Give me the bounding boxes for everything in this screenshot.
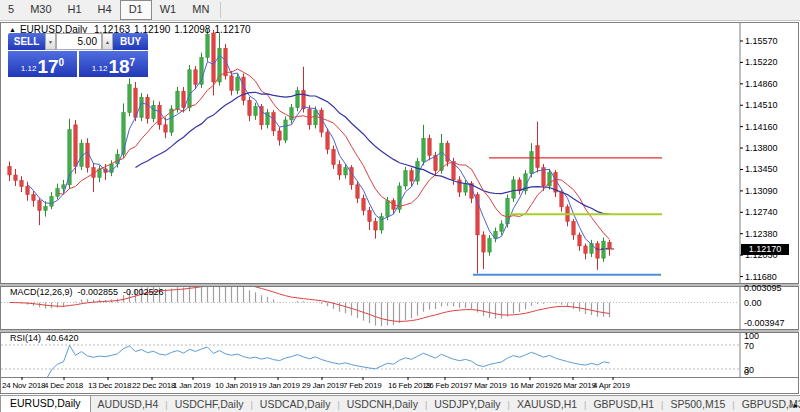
date-axis-label: 19 Jan 2019 xyxy=(258,381,300,390)
tab-gbpusd-h1[interactable]: GBPUSD,H1 xyxy=(586,397,661,412)
macd-scale-label: 0.00 xyxy=(744,298,762,308)
rsi-label: RSI(14)40.6420 xyxy=(10,333,84,343)
date-axis-label: 13 Dec 2018 xyxy=(88,381,131,390)
one-click-trading-widget: SELL ▼ 5.00 ▲ BUY 1.12170 1.12187 xyxy=(8,33,148,77)
volume-increase-button[interactable]: ▲ xyxy=(102,33,113,50)
rsi-value: 40.6420 xyxy=(46,333,79,343)
date-axis-label: 7 Feb 2019 xyxy=(343,381,381,390)
timeframe-button-m30[interactable]: M30 xyxy=(22,0,59,20)
rsi-name: RSI(14) xyxy=(10,333,41,343)
macd-label: MACD(12,26,9)-0.002855-0.002526 xyxy=(10,287,169,297)
price-axis-label: 1.14510 xyxy=(745,100,778,110)
tab-xauusd-h1[interactable]: XAUUSD,H1 xyxy=(510,397,584,412)
date-axis-label: 24 Nov 2018 xyxy=(2,381,45,390)
chart-window xyxy=(0,22,799,394)
macd-scale-label: -0.003947 xyxy=(744,318,785,328)
date-axis-label: 10 Jan 2019 xyxy=(215,381,257,390)
buy-price-panel[interactable]: 1.12187 xyxy=(79,51,148,77)
tab-usdcnh-daily[interactable]: USDCNH,Daily xyxy=(340,397,425,412)
price-axis-label: 1.15570 xyxy=(745,36,778,46)
rsi-scale-label: 70 xyxy=(744,341,754,351)
timeframe-button-w1[interactable]: W1 xyxy=(152,0,185,20)
tab-sp500-m15[interactable]: SP500,M15 xyxy=(663,397,732,412)
date-axis-label: 4 Dec 2018 xyxy=(44,381,83,390)
date-axis-label: 7 Mar 2019 xyxy=(468,381,506,390)
date-axis-label: 26 Mar 2019 xyxy=(553,381,596,390)
price-axis-label: 1.13090 xyxy=(745,186,778,196)
splitter-rsi[interactable] xyxy=(0,329,799,333)
buy-price-big: 18 xyxy=(108,57,129,76)
sell-price-sup: 0 xyxy=(59,57,65,68)
price-axis-label: 1.13450 xyxy=(745,164,778,174)
rsi-scale-label: 100 xyxy=(744,331,759,341)
tab-usdcad-daily[interactable]: USDCAD,Daily xyxy=(253,397,338,412)
macd-signal-value: -0.002526 xyxy=(123,287,164,297)
buy-price-small: 1.12 xyxy=(92,64,108,73)
timeframe-button-mn[interactable]: MN xyxy=(184,0,217,20)
timeframe-toolbar: 5M30H1H4D1W1MN xyxy=(0,0,800,21)
sell-button[interactable]: SELL xyxy=(8,33,45,50)
sell-price-big: 17 xyxy=(37,57,58,76)
timeframe-button-h1[interactable]: H1 xyxy=(60,0,90,20)
price-axis-label: 1.14160 xyxy=(745,122,778,132)
price-axis-label: 1.13800 xyxy=(745,143,778,153)
rsi-scale-label: 0 xyxy=(744,367,749,377)
volume-decrease-button[interactable]: ▼ xyxy=(45,33,56,50)
toolbar-separator xyxy=(220,2,221,18)
price-axis-label: 1.12740 xyxy=(745,207,778,217)
date-axis-label: 4 Apr 2019 xyxy=(593,381,630,390)
timeframe-button-h4[interactable]: H4 xyxy=(90,0,120,20)
sell-price-small: 1.12 xyxy=(21,64,37,73)
macd-scale-label: 0.003095 xyxy=(744,283,782,293)
date-axis-label: 29 Jan 2019 xyxy=(302,381,344,390)
tab-scroll-left-icon[interactable]: ◂ xyxy=(788,401,792,410)
tab-scroll-buttons[interactable]: ◂▸ xyxy=(788,401,798,410)
buy-price-sup: 7 xyxy=(130,57,136,68)
symbol-tab-bar: EURUSD,DailyAUDUSD,H4|USDCHF,Daily|USDCA… xyxy=(0,395,800,412)
sell-price-panel[interactable]: 1.12170 xyxy=(8,51,77,77)
ohlc-close: 1.12170 xyxy=(214,24,250,35)
timeframe-button-5[interactable]: 5 xyxy=(0,0,22,20)
date-axis-label: 16 Mar 2019 xyxy=(510,381,553,390)
price-axis-label: 1.14860 xyxy=(745,79,778,89)
tab-scroll-right-icon[interactable]: ▸ xyxy=(794,401,798,410)
collapse-triangle-icon[interactable]: ▲ xyxy=(9,26,16,33)
macd-name: MACD(12,26,9) xyxy=(10,287,73,297)
tab-usdjpy-daily[interactable]: USDJPY,Daily xyxy=(427,397,507,412)
volume-input[interactable]: 5.00 xyxy=(56,33,102,50)
macd-main-value: -0.002855 xyxy=(78,287,119,297)
current-price-tag: 1.12170 xyxy=(741,244,789,255)
date-axis-label: 22 Dec 2018 xyxy=(132,381,175,390)
date-axis-label: 26 Feb 2019 xyxy=(425,381,468,390)
tab-audusd-h4[interactable]: AUDUSD,H4 xyxy=(91,397,166,412)
price-axis-label: 1.12380 xyxy=(745,229,778,239)
buy-button[interactable]: BUY xyxy=(113,33,148,50)
trading-platform-window: 5M30H1H4D1W1MN ▲EURUSD,Daily 1.121631.12… xyxy=(0,0,800,412)
spin-up-icon: ▲ xyxy=(105,39,110,45)
spin-down-icon: ▼ xyxy=(48,39,53,45)
ohlc-low: 1.12098 xyxy=(174,24,210,35)
price-axis-label: 1.11680 xyxy=(745,272,777,282)
date-axis-label: 1 Jan 2019 xyxy=(173,381,211,390)
tab-eurusd-daily[interactable]: EURUSD,Daily xyxy=(0,395,91,412)
tab-usdchf-daily[interactable]: USDCHF,Daily xyxy=(168,397,251,412)
price-axis-label: 1.15220 xyxy=(745,57,778,67)
timeframe-button-d1[interactable]: D1 xyxy=(120,0,152,20)
